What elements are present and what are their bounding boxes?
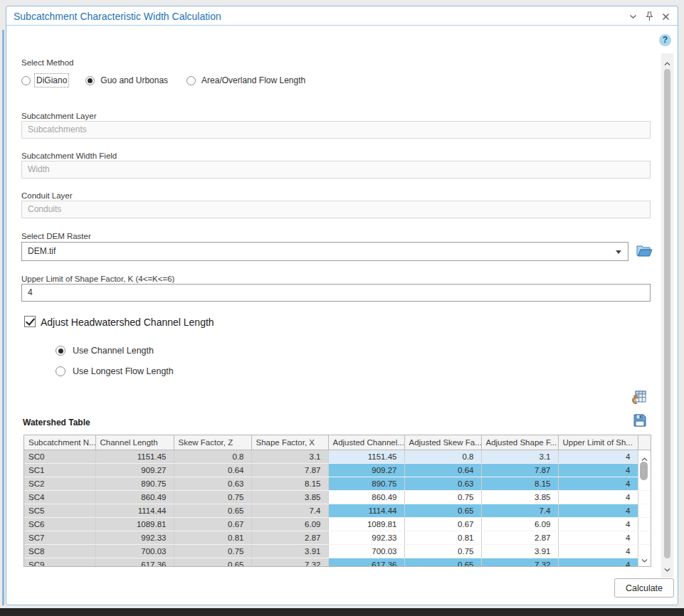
column-header[interactable]: Adjusted Shape F... bbox=[481, 435, 558, 450]
column-header[interactable]: Adjusted Skew Fa... bbox=[404, 435, 481, 450]
close-icon[interactable] bbox=[661, 11, 670, 21]
table-cell[interactable]: 4 bbox=[558, 544, 638, 558]
table-cell[interactable]: 6.09 bbox=[481, 517, 558, 531]
table-cell[interactable]: 4 bbox=[558, 504, 638, 517]
select-method-label: Select Method bbox=[21, 58, 74, 67]
table-cell[interactable]: 0.63 bbox=[404, 477, 481, 490]
scroll-down-icon[interactable] bbox=[661, 562, 673, 575]
radio-use-longest-flow-length[interactable]: Use Longest Flow Length bbox=[56, 366, 174, 376]
table-cell[interactable]: 890.75 bbox=[328, 477, 404, 490]
open-folder-icon bbox=[636, 244, 653, 258]
table-cell[interactable]: 4 bbox=[558, 531, 638, 544]
table-cell[interactable]: 4 bbox=[558, 490, 638, 504]
table-vertical-scrollbar[interactable] bbox=[638, 450, 650, 567]
table-cell[interactable]: 0.64 bbox=[404, 463, 481, 477]
table-row: SC61089.810.676.091089.810.676.094 bbox=[24, 517, 651, 531]
collapse-chevron-icon[interactable] bbox=[628, 11, 638, 21]
table-row: SC7992.330.812.87992.330.812.874 bbox=[24, 531, 651, 544]
scroll-up-icon[interactable] bbox=[661, 56, 673, 69]
subcatchment-width-pane: Subcatchment Characteristic Width Calcul… bbox=[6, 6, 678, 605]
table-cell: 0.67 bbox=[174, 517, 251, 531]
column-header[interactable]: Upper Limit of Sh... bbox=[558, 435, 638, 450]
table-cell[interactable]: 0.81 bbox=[404, 531, 481, 544]
table-cell[interactable]: 0.75 bbox=[404, 544, 481, 558]
radio-label: Use Channel Length bbox=[73, 346, 154, 356]
save-table-button[interactable] bbox=[633, 413, 647, 428]
table-row: SC2890.750.638.15890.750.638.154 bbox=[24, 477, 651, 490]
table-cell: 1151.45 bbox=[95, 450, 174, 463]
table-cell[interactable]: 3.85 bbox=[481, 490, 558, 504]
radio-label: Area/Overland Flow Length bbox=[201, 75, 305, 85]
table-cell[interactable]: 909.27 bbox=[328, 463, 404, 477]
table-cell[interactable]: 617.36 bbox=[328, 558, 404, 567]
dock-edge-accent bbox=[2, 30, 4, 605]
subcatchment-layer-input: Subcatchments bbox=[21, 121, 651, 139]
table-cell[interactable]: 1114.44 bbox=[328, 504, 404, 517]
table-cell: SC2 bbox=[24, 477, 95, 490]
table-cell[interactable]: 0.65 bbox=[404, 558, 481, 567]
table-cell[interactable]: 3.91 bbox=[481, 544, 558, 558]
table-cell[interactable]: 7.32 bbox=[481, 558, 558, 567]
pane-titlebar: Subcatchment Characteristic Width Calcul… bbox=[6, 6, 678, 26]
table-cell[interactable]: 7.4 bbox=[481, 504, 558, 517]
scrollbar-thumb[interactable] bbox=[640, 462, 648, 480]
adjust-headwatershed-checkbox[interactable] bbox=[24, 316, 36, 327]
table-cell[interactable]: 8.15 bbox=[481, 477, 558, 490]
table-cell[interactable]: 4 bbox=[558, 558, 638, 567]
radio-label: DiGiano bbox=[36, 75, 67, 85]
subcatchment-width-field-input: Width bbox=[21, 161, 651, 179]
table-cell: 3.1 bbox=[251, 450, 328, 463]
scroll-down-icon[interactable] bbox=[638, 553, 650, 565]
dem-raster-select[interactable]: DEM.tif bbox=[21, 242, 628, 261]
table-cell[interactable]: 2.87 bbox=[481, 531, 558, 544]
table-cell[interactable]: 3.1 bbox=[481, 450, 558, 463]
table-cell[interactable]: 0.75 bbox=[404, 490, 481, 504]
dem-raster-label: Select DEM Raster bbox=[21, 232, 91, 240]
table-cell[interactable]: 4 bbox=[558, 463, 638, 477]
table-cell[interactable]: 1151.45 bbox=[328, 450, 404, 463]
upper-limit-k-input[interactable]: 4 bbox=[21, 284, 651, 302]
help-icon[interactable]: ? bbox=[659, 34, 671, 46]
table-cell: SC6 bbox=[24, 517, 95, 531]
table-cell: SC1 bbox=[24, 463, 95, 477]
table-cell[interactable]: 4 bbox=[558, 450, 638, 463]
table-cell[interactable]: 992.33 bbox=[328, 531, 404, 544]
calculate-button[interactable]: Calculate bbox=[614, 578, 674, 598]
table-cell: 0.65 bbox=[174, 504, 251, 517]
column-header[interactable]: Shape Factor, X bbox=[251, 435, 328, 450]
table-cell[interactable]: 860.49 bbox=[328, 490, 404, 504]
table-cell: 7.87 bbox=[251, 463, 328, 477]
radio-use-channel-length[interactable]: Use Channel Length bbox=[56, 346, 154, 356]
column-header[interactable]: Subcatchment N... bbox=[24, 435, 95, 450]
pin-icon[interactable] bbox=[644, 11, 654, 21]
bottom-dark-strip bbox=[0, 608, 684, 616]
column-header[interactable]: Channel Length bbox=[95, 435, 174, 450]
scrollbar-thumb[interactable] bbox=[664, 69, 670, 558]
table-row: SC8700.030.753.91700.030.753.914 bbox=[24, 544, 651, 558]
column-header[interactable]: Adjusted Channel... bbox=[328, 435, 404, 450]
table-header-row: Subcatchment N... Channel Length Skew Fa… bbox=[24, 435, 651, 450]
table-cell[interactable]: 0.67 bbox=[404, 517, 481, 531]
table-cell[interactable]: 7.87 bbox=[481, 463, 558, 477]
table-cell: 992.33 bbox=[95, 531, 174, 544]
radio-guo-and-urbonas[interactable]: Guo and Urbonas bbox=[85, 75, 168, 85]
table-cell[interactable]: 1089.81 bbox=[328, 517, 404, 531]
table-cell: 0.8 bbox=[174, 450, 251, 463]
radio-label: Guo and Urbonas bbox=[100, 75, 168, 85]
column-header[interactable]: Skew Factor, Z bbox=[174, 435, 251, 450]
browse-folder-button[interactable] bbox=[636, 244, 653, 258]
pane-vertical-scrollbar[interactable] bbox=[661, 53, 673, 578]
radio-digiano[interactable]: DiGiano bbox=[21, 75, 67, 85]
table-cell: 617.36 bbox=[95, 558, 174, 567]
table-cell: SC7 bbox=[24, 531, 95, 544]
radio-area-overland-flow-length[interactable]: Area/Overland Flow Length bbox=[186, 75, 305, 85]
table-cell[interactable]: 0.8 bbox=[404, 450, 481, 463]
table-cell: SC0 bbox=[24, 450, 95, 463]
update-table-button[interactable] bbox=[629, 389, 647, 405]
table-cell: 0.75 bbox=[174, 544, 251, 558]
table-cell[interactable]: 4 bbox=[558, 517, 638, 531]
table-cell: SC9 bbox=[24, 558, 95, 567]
table-cell[interactable]: 4 bbox=[558, 477, 638, 490]
table-cell[interactable]: 700.03 bbox=[328, 544, 404, 558]
table-cell[interactable]: 0.65 bbox=[404, 504, 481, 517]
